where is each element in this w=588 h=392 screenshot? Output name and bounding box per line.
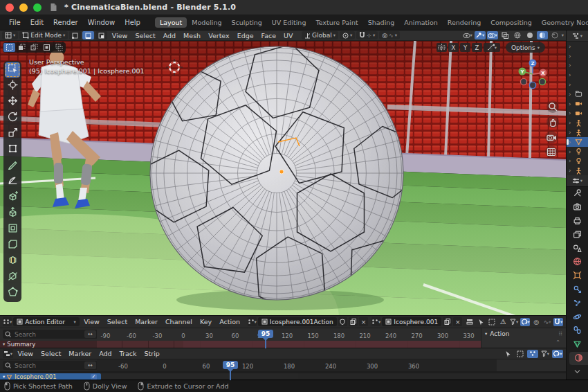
scale-tool[interactable]	[5, 126, 20, 141]
slot-browse-button[interactable]: ▾	[371, 317, 380, 326]
select-mode-edge-button[interactable]	[82, 31, 94, 39]
mirror-z-button[interactable]: Z	[472, 43, 482, 52]
expand-icon[interactable]: ›	[569, 53, 573, 60]
nla-menu-track[interactable]: Track	[116, 350, 140, 357]
dope-editor-type-button[interactable]: ▾	[3, 317, 12, 326]
workspace-tab-compositing[interactable]: Compositing	[486, 17, 537, 28]
select-mode-face-button[interactable]	[95, 31, 107, 39]
minimize-window-button[interactable]	[19, 3, 28, 12]
nla-search-input[interactable]	[13, 362, 82, 370]
menu-file[interactable]: File	[4, 19, 26, 26]
bevel-tool[interactable]	[5, 238, 20, 253]
select-box-tool[interactable]	[5, 62, 20, 78]
inset-faces-tool[interactable]	[5, 222, 20, 237]
workspace-tab-rendering[interactable]: Rendering	[443, 17, 486, 28]
visibility-dropdown[interactable]: ▾	[462, 31, 473, 39]
select-set-button[interactable]	[3, 43, 15, 52]
menu-help[interactable]: Help	[120, 19, 145, 26]
gizmos-toggle[interactable]: ▾	[475, 31, 486, 39]
slot-name-field[interactable]: Icosphere.001	[382, 317, 441, 326]
expand-icon[interactable]: ›	[569, 81, 573, 88]
dope-menu-channel[interactable]: Channel	[162, 318, 195, 326]
shading-rendered-button[interactable]	[549, 31, 560, 39]
dope-menu-key[interactable]: Key	[197, 318, 215, 326]
filter-dropdown[interactable]: ▾	[509, 318, 519, 326]
measure-tool[interactable]	[5, 174, 20, 189]
falloff-dropdown[interactable]: ▾	[484, 43, 500, 52]
vp-menu-mesh[interactable]: Mesh	[181, 32, 204, 39]
nla-auto-snap-dropdown[interactable]: ▾	[552, 350, 563, 358]
expand-icon[interactable]: ›	[569, 71, 573, 78]
unlink-action-button[interactable]: ×	[359, 317, 368, 326]
snapping-dropdown[interactable]: ⊹▾	[356, 31, 378, 39]
outliner-row-expand[interactable]: ›	[567, 61, 588, 71]
workspace-tab-texture-paint[interactable]: Texture Paint	[311, 17, 362, 28]
nla-menu-select[interactable]: Select	[38, 350, 64, 357]
dope-mode-dropdown[interactable]: Action Editor▾	[13, 317, 80, 326]
vp-menu-face[interactable]: Face	[258, 32, 279, 39]
action-browse-button[interactable]: ▾	[248, 317, 257, 326]
workspace-tab-layout[interactable]: Layout	[155, 17, 187, 28]
dope-menu-marker[interactable]: Marker	[132, 318, 161, 326]
camera-view-button[interactable]	[545, 131, 558, 143]
properties-tab-physics[interactable]	[567, 310, 588, 324]
poly-build-tool[interactable]	[5, 285, 20, 301]
select-subtract-button[interactable]	[28, 43, 40, 52]
loop-cut-tool[interactable]	[5, 253, 20, 269]
nla-frame-range-toggle[interactable]	[515, 350, 526, 358]
transform-orientation-dropdown[interactable]: Global▾	[302, 31, 338, 39]
move-tool[interactable]	[5, 94, 20, 109]
expand-icon[interactable]: ›	[569, 91, 573, 98]
nla-menu-marker[interactable]: Marker	[66, 350, 95, 357]
dope-menu-view[interactable]: View	[81, 318, 103, 326]
vp-menu-view[interactable]: View	[109, 32, 131, 39]
knife-tool[interactable]	[5, 269, 20, 285]
dope-menu-action[interactable]: Action	[217, 318, 244, 326]
outliner-row-mesh[interactable]: ›	[567, 137, 588, 147]
nla-menu-add[interactable]: Add	[96, 350, 115, 357]
nla-timeline-ruler[interactable]: -60060120180240300360	[97, 359, 566, 371]
expand-icon[interactable]: ›	[569, 148, 573, 155]
workspace-tab-geometry-nodes[interactable]: Geometry Nodes	[537, 17, 588, 28]
expand-icon[interactable]: ›	[569, 129, 573, 136]
mirror-x-button[interactable]: X	[448, 43, 459, 52]
vp-menu-vertex[interactable]: Vertex	[205, 32, 233, 39]
only-selected-toggle[interactable]	[476, 318, 486, 326]
properties-tab-tool[interactable]	[567, 187, 588, 201]
select-invert-button[interactable]	[41, 43, 53, 52]
workspace-tab-sculpting[interactable]: Sculpting	[226, 17, 266, 28]
expand-icon[interactable]: ›	[569, 100, 573, 107]
navigation-gizmo[interactable]: Z Y X	[516, 57, 549, 91]
properties-tab-world[interactable]	[567, 256, 588, 269]
auto-snap-dropdown[interactable]: ▾	[520, 318, 530, 326]
dope-snapping-dropdown[interactable]: ▾	[553, 318, 563, 326]
nla-filter-dropdown[interactable]: ▾	[540, 350, 551, 358]
expand-icon[interactable]: ›	[569, 43, 573, 50]
sidebar-panel-action[interactable]: Action	[490, 330, 509, 337]
nla-only-selected-toggle[interactable]	[502, 350, 513, 358]
vp-menu-select[interactable]: Select	[132, 32, 158, 39]
select-extend-button[interactable]	[16, 43, 28, 52]
properties-tab-particles[interactable]	[567, 296, 588, 310]
nla-menu-strip[interactable]: Strip	[141, 350, 163, 357]
vp-menu-uv[interactable]: UV	[281, 32, 296, 39]
properties-tab-object-data[interactable]	[567, 338, 588, 352]
shading-solid-button[interactable]	[524, 31, 535, 39]
expand-icon[interactable]: ›	[569, 157, 573, 164]
proportional-editing-dropdown[interactable]: ◎∿▾	[379, 31, 400, 39]
shading-wireframe-button[interactable]	[512, 31, 523, 39]
nla-menu-view[interactable]: View	[15, 350, 37, 357]
menu-window[interactable]: Window	[83, 19, 120, 26]
rotate-tool[interactable]	[5, 110, 20, 125]
fake-user-button[interactable]	[338, 317, 347, 326]
properties-tab-scene[interactable]	[567, 242, 588, 256]
properties-tab-render[interactable]	[567, 201, 588, 215]
expand-icon[interactable]: ›	[569, 62, 573, 69]
expand-icon[interactable]: ›	[569, 119, 573, 126]
pivot-point-dropdown[interactable]: ▾	[340, 31, 355, 39]
expand-icon[interactable]: ›	[569, 167, 573, 174]
mode-dropdown[interactable]: Edit Mode▾	[19, 31, 68, 39]
workspace-tab-animation[interactable]: Animation	[399, 17, 442, 28]
xray-toggle[interactable]	[499, 31, 511, 39]
overlays-toggle[interactable]: ▾	[487, 31, 498, 39]
